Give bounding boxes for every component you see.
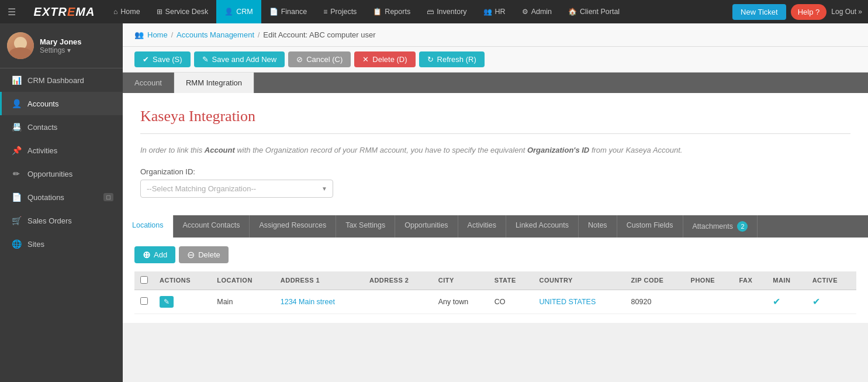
admin-icon: ⚙ [522, 8, 528, 16]
nav-client-portal[interactable]: 🏠 Client Portal [560, 0, 628, 23]
bottom-tab-bar: Locations Account Contacts Assigned Reso… [123, 215, 868, 238]
nav-reports[interactable]: 📋 Reports [365, 0, 419, 23]
select-all-checkbox[interactable] [140, 276, 148, 284]
hr-icon: 👥 [483, 8, 492, 16]
address1-link[interactable]: 1234 Main street [281, 298, 335, 306]
client-portal-icon: 🏠 [568, 8, 577, 16]
refresh-button[interactable]: ↻ Refresh (R) [419, 51, 485, 67]
nav-finance[interactable]: 📄 Finance [261, 0, 315, 23]
account-bold: Account [205, 146, 235, 154]
sidebar-item-sites[interactable]: 🌐 Sites [0, 232, 123, 256]
tab-locations[interactable]: Locations [123, 215, 174, 238]
nav-items: ⌂ Home ⊞ Service Desk 👤 CRM 📄 Finance ≡ … [105, 0, 732, 23]
nav-inventory[interactable]: 🗃 Inventory [419, 0, 475, 23]
tab-notes[interactable]: Notes [579, 215, 617, 238]
breadcrumb: 👥 Home / Accounts Management / Edit Acco… [123, 23, 868, 47]
nav-crm[interactable]: 👤 CRM [216, 0, 261, 23]
service-desk-icon: ⊞ [157, 8, 162, 16]
main-layout: Mary Jones Settings ▾ 📊 CRM Dashboard 👤 … [0, 23, 868, 382]
tab-activities[interactable]: Activities [458, 215, 506, 238]
user-settings-link[interactable]: Settings ▾ [40, 46, 82, 54]
edit-row-button[interactable]: ✎ [160, 296, 174, 308]
tab-tax-settings[interactable]: Tax Settings [336, 215, 395, 238]
integration-description: In order to link this Account with the O… [140, 144, 850, 157]
add-location-button[interactable]: ⊕ Add [134, 246, 175, 263]
nav-projects[interactable]: ≡ Projects [315, 0, 365, 23]
nav-home[interactable]: ⌂ Home [105, 0, 148, 23]
avatar-image [7, 32, 34, 59]
row-state: CO [489, 290, 534, 314]
hamburger-menu[interactable]: ☰ [0, 6, 23, 18]
row-zip: 80920 [625, 290, 685, 314]
row-actions-cell: ✎ [154, 290, 211, 314]
main-check-icon: ✔ [773, 297, 780, 307]
attachments-badge: 2 [737, 221, 748, 232]
country-link[interactable]: UNITED STATES [539, 298, 596, 306]
new-ticket-button[interactable]: New Ticket [732, 4, 786, 20]
user-name: Mary Jones [40, 37, 82, 46]
row-active: ✔ [807, 290, 856, 314]
tab-rmm-integration[interactable]: RMM Integration [174, 73, 254, 93]
breadcrumb-accounts[interactable]: Accounts Management [177, 30, 254, 39]
col-main: MAIN [767, 271, 806, 290]
help-button[interactable]: Help ? [791, 4, 827, 20]
sidebar-item-activities[interactable]: 📌 Activities [0, 139, 123, 162]
delete-icon: ✕ [362, 55, 369, 64]
finance-icon: 📄 [269, 8, 278, 16]
save-button[interactable]: ✔ Save (S) [134, 51, 191, 67]
integration-title: Kaseya Integration [140, 108, 850, 134]
table-row: ✎ Main 1234 Main street Any town CO UNIT… [134, 290, 856, 314]
save-add-new-button[interactable]: ✎ Save and Add New [194, 51, 285, 67]
col-active: ACTIVE [807, 271, 856, 290]
tab-account[interactable]: Account [123, 73, 174, 93]
tab-linked-accounts[interactable]: Linked Accounts [506, 215, 579, 238]
tab-assigned-resources[interactable]: Assigned Resources [250, 215, 336, 238]
col-zip-code: ZIP CODE [625, 271, 685, 290]
breadcrumb-home[interactable]: Home [147, 30, 168, 39]
org-select[interactable]: --Select Matching Organization-- [140, 180, 333, 198]
org-id-field: Organization ID: --Select Matching Organ… [140, 167, 850, 198]
nav-right: New Ticket Help ? Log Out » [732, 4, 868, 20]
org-id-label: Organization ID: [140, 167, 850, 176]
col-address2: ADDRESS 2 [364, 271, 433, 290]
sidebar-item-accounts[interactable]: 👤 Accounts [0, 92, 123, 115]
col-fax: FAX [734, 271, 767, 290]
inventory-icon: 🗃 [427, 8, 434, 16]
nav-service-desk[interactable]: ⊞ Service Desk [148, 0, 217, 23]
breadcrumb-icon: 👥 [134, 30, 144, 39]
sidebar-item-quotations[interactable]: 📄 Quotations □ [0, 185, 123, 209]
accounts-icon: 👤 [11, 99, 22, 108]
sidebar-user: Mary Jones Settings ▾ [0, 23, 123, 68]
row-main: ✔ [767, 290, 806, 314]
delete-location-button[interactable]: ⊖ Delete [179, 246, 229, 263]
tab-opportunities[interactable]: Opportunities [395, 215, 458, 238]
table-toolbar: ⊕ Add ⊖ Delete [134, 246, 856, 263]
breadcrumb-current: Edit Account: ABC computer user [263, 30, 375, 39]
quotations-badge: □ [103, 193, 113, 201]
row-location: Main [211, 290, 275, 314]
row-checkbox[interactable] [140, 297, 148, 305]
col-country: COUNTRY [533, 271, 625, 290]
home-icon: ⌂ [113, 8, 117, 16]
delete-button[interactable]: ✕ Delete (D) [354, 51, 415, 67]
toolbar: ✔ Save (S) ✎ Save and Add New ⊘ Cancel (… [123, 47, 868, 73]
tab-account-contacts[interactable]: Account Contacts [174, 215, 250, 238]
logout-button[interactable]: Log Out » [831, 8, 862, 16]
tab-custom-fields[interactable]: Custom Fields [617, 215, 683, 238]
col-actions: ACTIONS [154, 271, 211, 290]
col-state: STATE [489, 271, 534, 290]
save-add-icon: ✎ [202, 55, 209, 64]
cancel-button[interactable]: ⊘ Cancel (C) [288, 51, 351, 67]
avatar [7, 32, 34, 59]
tab-attachments[interactable]: Attachments 2 [683, 215, 758, 238]
nav-hr[interactable]: 👥 HR [475, 0, 514, 23]
row-address1: 1234 Main street [275, 290, 364, 314]
table-section: ⊕ Add ⊖ Delete ACTIONS LOCATION [123, 238, 868, 323]
bottom-tab-section: Locations Account Contacts Assigned Reso… [123, 215, 868, 323]
sidebar-item-sales-orders[interactable]: 🛒 Sales Orders [0, 209, 123, 232]
sidebar-item-opportunities[interactable]: ✏ Opportunities [0, 162, 123, 185]
sidebar-item-crm-dashboard[interactable]: 📊 CRM Dashboard [0, 68, 123, 92]
row-fax [734, 290, 767, 314]
sidebar-item-contacts[interactable]: 📇 Contacts [0, 115, 123, 139]
nav-admin[interactable]: ⚙ Admin [514, 0, 560, 23]
